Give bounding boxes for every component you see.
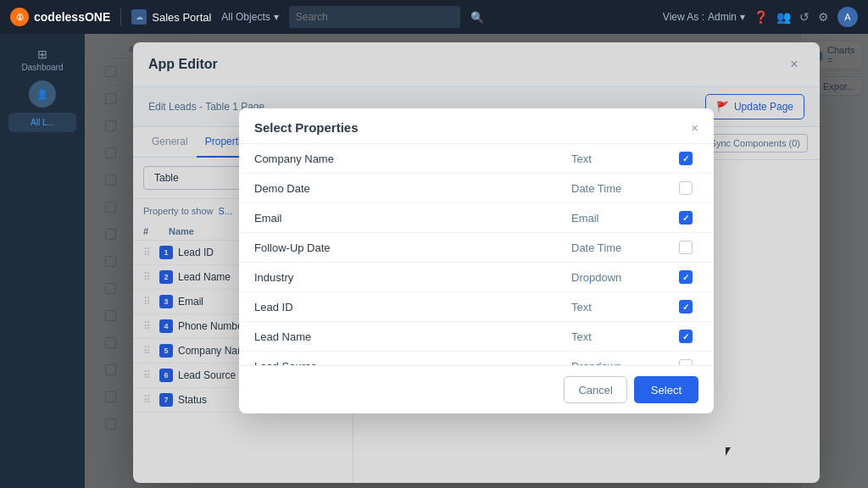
dialog-prop-type: Date Time — [571, 182, 673, 195]
chevron-down-icon: ▾ — [740, 11, 745, 23]
select-properties-backdrop: Select Properties × Company Name Text De… — [133, 42, 820, 483]
select-properties-dialog: Select Properties × Company Name Text De… — [239, 108, 714, 413]
avatar: 👤 — [29, 80, 56, 108]
search-input[interactable] — [289, 6, 461, 28]
dialog-prop-name: Follow-Up Date — [254, 241, 571, 254]
checkbox[interactable] — [679, 152, 693, 165]
dialog-property-row[interactable]: Lead Name Text — [239, 322, 714, 352]
dialog-prop-name: Company Name — [254, 152, 571, 165]
main-area: ⊞ Dashboard 👤 All L... 📊 Charts = ⬇ Expo… — [0, 34, 868, 488]
dialog-prop-checkbox[interactable] — [673, 181, 698, 195]
app-editor: App Editor × Edit Leads - Table 1 Page 🚩… — [133, 42, 820, 483]
all-objects-dropdown[interactable]: All Objects ▾ — [221, 11, 278, 23]
dialog-prop-checkbox[interactable] — [673, 300, 698, 313]
dialog-prop-name: Email — [254, 212, 571, 225]
dialog-prop-name: Lead Name — [254, 330, 571, 343]
checkbox[interactable] — [679, 270, 693, 284]
all-objects-label: All Objects — [221, 11, 270, 23]
view-as-selector[interactable]: View As : Admin ▾ — [663, 11, 745, 23]
portal-name: Sales Portal — [152, 11, 211, 24]
chevron-down-icon: ▾ — [274, 11, 279, 23]
search-icon: 🔍 — [470, 11, 484, 24]
dialog-property-row[interactable]: Industry Dropdown — [239, 263, 714, 292]
checkbox[interactable] — [679, 300, 693, 313]
dialog-prop-name: Lead ID — [254, 301, 571, 313]
sidebar-item-leads[interactable]: All L... — [8, 113, 76, 132]
users-icon[interactable]: 👥 — [776, 10, 791, 24]
dialog-prop-checkbox[interactable] — [673, 152, 698, 165]
sidebar-item-label: All L... — [12, 118, 73, 127]
sidebar-item-label: Dashboard — [12, 63, 73, 72]
dialog-prop-type: Text — [571, 301, 673, 313]
sidebar-item-dashboard[interactable]: ⊞ Dashboard — [8, 42, 76, 77]
view-as-value: Admin — [708, 11, 737, 23]
checkbox[interactable] — [679, 330, 693, 343]
dialog-prop-checkbox[interactable] — [673, 359, 698, 365]
checkbox[interactable] — [679, 241, 693, 254]
user-avatar[interactable]: A — [837, 7, 858, 27]
select-button[interactable]: Select — [634, 376, 698, 403]
dialog-prop-checkbox[interactable] — [673, 270, 698, 284]
dashboard-icon: ⊞ — [12, 47, 73, 61]
portal-icon: ☁ — [131, 9, 147, 25]
cancel-button[interactable]: Cancel — [564, 376, 626, 403]
dialog-property-row[interactable]: Demo Date Date Time — [239, 174, 714, 203]
dialog-property-rows: Company Name Text Demo Date Date Time Em… — [239, 144, 714, 365]
dialog-property-row[interactable]: Follow-Up Date Date Time — [239, 233, 714, 263]
sidebar: ⊞ Dashboard 👤 All L... — [0, 34, 85, 488]
help-icon[interactable]: ❓ — [754, 10, 768, 24]
main-content: 📊 Charts = ⬇ Expor... # 1 2 3 — [85, 34, 868, 488]
settings-icon[interactable]: ⚙ — [818, 10, 829, 24]
dialog-prop-type: Email — [571, 212, 673, 225]
portal-indicator: ☁ Sales Portal — [131, 9, 211, 25]
dialog-prop-checkbox[interactable] — [673, 241, 698, 254]
dialog-prop-type: Dropdown — [571, 271, 673, 284]
checkbox[interactable] — [679, 359, 693, 365]
dialog-prop-checkbox[interactable] — [673, 330, 698, 343]
dialog-prop-type: Text — [571, 330, 673, 343]
checkbox[interactable] — [679, 181, 693, 195]
nav-divider — [120, 8, 121, 25]
dialog-property-row[interactable]: Lead Source Dropdown — [239, 352, 714, 365]
dialog-prop-name: Demo Date — [254, 182, 571, 195]
dialog-body: Company Name Text Demo Date Date Time Em… — [239, 144, 714, 365]
dialog-footer: Cancel Select — [239, 365, 714, 413]
dialog-property-row[interactable]: Email Email — [239, 203, 714, 233]
app-name: codelessONE — [34, 10, 110, 24]
checkbox[interactable] — [679, 211, 693, 225]
dialog-prop-checkbox[interactable] — [673, 211, 698, 225]
dialog-prop-name: Industry — [254, 271, 571, 284]
dialog-prop-type: Date Time — [571, 241, 673, 254]
logo-icon: ① — [10, 8, 29, 26]
history-icon[interactable]: ↺ — [799, 10, 810, 24]
logo: ① codelessONE — [10, 8, 110, 26]
nav-right: View As : Admin ▾ ❓ 👥 ↺ ⚙ A — [663, 7, 858, 27]
dialog-property-row[interactable]: Company Name Text — [239, 144, 714, 174]
dialog-header: Select Properties × — [239, 108, 714, 144]
dialog-close-button[interactable]: × — [691, 120, 698, 135]
dialog-property-row[interactable]: Lead ID Text — [239, 292, 714, 322]
dialog-prop-type: Text — [571, 152, 673, 165]
view-as-label: View As : — [663, 11, 704, 23]
app-editor-overlay: App Editor × Edit Leads - Table 1 Page 🚩… — [85, 34, 868, 488]
top-nav: ① codelessONE ☁ Sales Portal All Objects… — [0, 0, 868, 34]
dialog-title: Select Properties — [254, 120, 359, 135]
